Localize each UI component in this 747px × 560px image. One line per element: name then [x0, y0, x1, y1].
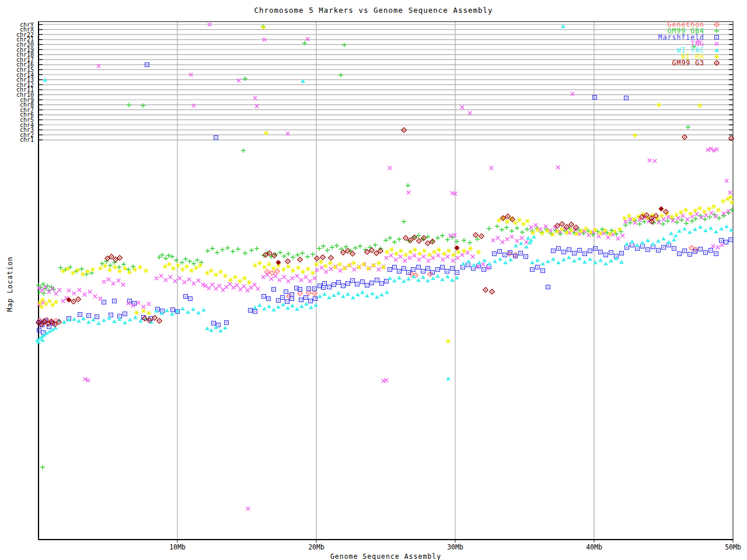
scatter-point-tng [671, 219, 675, 222]
scatter-point-wi-rh [525, 219, 530, 223]
scatter-point-gm99-gb4 [462, 238, 466, 243]
scatter-point-wi-yac [624, 242, 629, 246]
scatter-point-wi-rh [189, 268, 194, 272]
scatter-point-gm99-g3 [566, 226, 567, 228]
scatter-point-marshfield [515, 256, 516, 257]
scatter-point-marshfield [329, 286, 330, 288]
scatter-point-marshfield [157, 309, 158, 310]
scatter-point-marshfield [43, 332, 44, 333]
scatter-point-tng [246, 507, 250, 510]
scatter-point-wi-rh [617, 227, 622, 231]
scatter-point-wi-yac [421, 275, 425, 279]
scatter-point-wi-yac [295, 307, 299, 311]
scatter-point-gm99-gb4 [183, 257, 188, 261]
scatter-point-marshfield [114, 300, 115, 302]
scatter-point-marshfield [700, 249, 701, 250]
scatter-point-tng [456, 256, 459, 260]
scatter-point-marshfield [291, 298, 292, 299]
scatter-point-tng [221, 288, 225, 292]
scatter-point-marshfield [282, 297, 283, 298]
scatter-point-wi-rh [81, 272, 85, 276]
scatter-point-wi-yac [281, 302, 285, 306]
scatter-point-wi-yac [661, 236, 666, 240]
scatter-point-gm99-gb4 [525, 227, 529, 232]
scatter-point-marshfield [324, 283, 325, 284]
scatter-point-wi-yac [724, 224, 729, 228]
scatter-point-wi-yac [388, 276, 392, 280]
scatter-point-wi-yac [117, 317, 122, 321]
scatter-point-wi-rh [721, 199, 725, 203]
scatter-point-tng [653, 159, 657, 163]
scatter-point-wi-rh [446, 249, 451, 253]
scatter-point-tng [686, 218, 689, 221]
scatter-point-gm99-gb4 [515, 226, 519, 230]
scatter-point-tng [61, 299, 65, 303]
scatter-point-wi-rh [476, 250, 481, 254]
scatter-point-genethon [55, 320, 57, 321]
scatter-point-tng [388, 166, 392, 170]
scatter-point-wi-rh [456, 250, 460, 254]
scatter-point-gm99-gb4 [40, 465, 45, 470]
scatter-point-marshfield [652, 246, 654, 247]
scatter-point-marshfield [362, 281, 363, 282]
scatter-point-wi-yac [714, 229, 718, 233]
scatter-point-gm99-gb4 [665, 219, 670, 223]
scatter-point-tng [385, 379, 388, 382]
scatter-point-wi-yac [223, 326, 228, 330]
scatter-point-wi-yac [165, 308, 169, 312]
scatter-point-gm99-g3 [475, 235, 476, 236]
scatter-point-tng [681, 214, 685, 218]
scatter-point-wi-yac [446, 376, 451, 380]
scatter-point-gm99-g3 [665, 211, 666, 212]
scatter-point-genethon [411, 274, 412, 275]
scatter-point-tng [207, 286, 211, 290]
scatter-point-tng [431, 256, 435, 260]
scatter-point-gm99-g3 [265, 254, 266, 256]
scatter-point-tng [648, 159, 651, 162]
scatter-point-wi-yac [551, 257, 556, 261]
scatter-point-wi-yac [402, 279, 406, 283]
scatter-point-wi-yac [299, 304, 304, 308]
scatter-point-genethon [271, 272, 273, 274]
scatter-point-wi-yac [345, 292, 350, 296]
scatter-point-wi-yac [81, 316, 86, 320]
scatter-point-gm99-gb4 [388, 236, 392, 240]
scatter-point-wi-yac [331, 293, 336, 297]
scatter-point-wi-yac [385, 290, 389, 294]
scatter-point-marshfield [520, 253, 521, 254]
scatter-point-wi-rh [98, 266, 103, 270]
scatter-point-marshfield [689, 254, 690, 255]
scatter-point-wi-rh [521, 222, 526, 226]
scatter-point-marshfield [299, 289, 301, 290]
scatter-point-marshfield [394, 267, 395, 268]
scatter-point-wi-yac [290, 303, 295, 307]
scatter-point-gm99-g3 [144, 318, 145, 319]
scatter-point-tng [218, 284, 221, 288]
chart-title: Chromosome 5 Markers vs Genome Sequence … [0, 6, 747, 15]
scatter-point-gm99-gb4 [509, 229, 514, 233]
scatter-point-wi-yac [267, 304, 271, 308]
scatter-point-tng [320, 266, 323, 270]
scatter-point-tng [99, 297, 102, 300]
scatter-point-tng [446, 255, 449, 258]
scatter-point-gm99-gb4 [300, 251, 305, 256]
scatter-point-tng [515, 239, 519, 243]
scatter-point-tng [389, 254, 393, 257]
scatter-point-marshfield [308, 288, 309, 289]
scatter-point-wi-rh [138, 265, 142, 269]
scatter-point-tng [137, 301, 140, 304]
scatter-point-gm99-gb4 [317, 246, 322, 251]
scatter-point-tng [278, 278, 281, 282]
scatter-point-marshfield [119, 316, 120, 317]
scatter-point-wi-rh [711, 204, 716, 208]
scatter-point-genethon [267, 271, 268, 272]
scatter-point-wi-yac [72, 317, 76, 321]
scatter-point-wi-rh [218, 270, 223, 274]
scatter-point-wi-rh [716, 208, 721, 212]
scatter-point-marshfield [621, 253, 622, 254]
scatter-point-wi-rh [54, 300, 58, 304]
scatter-point-gm99-gb4 [220, 247, 225, 252]
scatter-point-marshfield [146, 64, 148, 65]
scatter-point-wi-rh [113, 265, 117, 269]
scatter-point-gm99-g3 [78, 299, 79, 300]
